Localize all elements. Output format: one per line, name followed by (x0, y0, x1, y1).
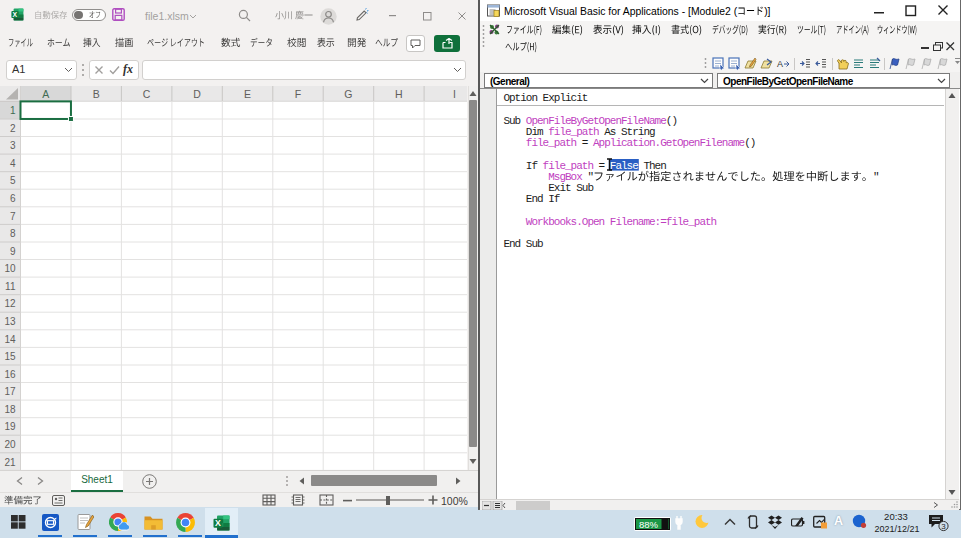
svg-text:MsgBox: MsgBox (548, 171, 583, 183)
svg-text:(): () (744, 137, 756, 149)
svg-text:As String: As String (604, 126, 655, 138)
svg-text:(): () (666, 115, 678, 127)
svg-text:=: = (582, 137, 589, 149)
svg-text:Option Explicit: Option Explicit (503, 92, 588, 104)
svg-text:Dim: Dim (526, 126, 544, 138)
svg-text:Exit Sub: Exit Sub (548, 182, 594, 194)
svg-text:End If: End If (526, 193, 561, 205)
svg-text:Sub: Sub (503, 115, 521, 127)
svg-text:Application.GetOpenFilename: Application.GetOpenFilename (593, 137, 745, 149)
svg-text:file_path: file_path (526, 137, 577, 149)
svg-text:If: If (526, 160, 538, 172)
svg-text:OpenFileByGetOpenFileName: OpenFileByGetOpenFileName (526, 115, 667, 127)
svg-text:Workbooks.Open Filename:=file_: Workbooks.Open Filename:=file_path (526, 216, 717, 228)
svg-text:file_path: file_path (548, 126, 599, 138)
svg-text:End Sub: End Sub (503, 238, 543, 250)
svg-text:file_path: file_path (543, 160, 594, 172)
